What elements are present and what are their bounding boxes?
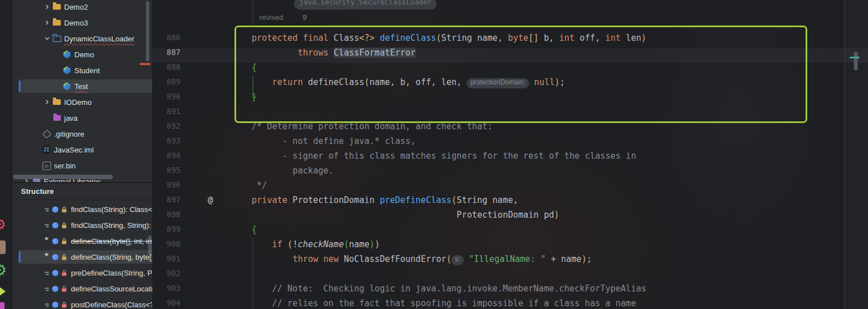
code-line-888[interactable]: { — [231, 62, 257, 77]
line-number-901: 901 — [152, 254, 181, 269]
method-lines-icon — [45, 222, 50, 231]
line-number-891: 891 — [152, 107, 181, 121]
tree-item-javasec-iml[interactable]: JIJavaSec.iml — [12, 142, 152, 158]
folder-icon — [52, 2, 61, 11]
green-gear-icon: ⚙ — [0, 263, 7, 278]
code-line-896[interactable]: */ — [231, 180, 267, 195]
structure-item-label: defineClass(byte[], int, int): — [71, 237, 152, 245]
structure-vertical-scrollbar[interactable] — [148, 235, 152, 255]
structure-item-3[interactable]: *defineClass(String, byte[], in — [12, 249, 152, 265]
tree-item-demo3[interactable]: Demo3 — [12, 15, 152, 31]
method-ball-icon — [52, 206, 58, 213]
structure-item-label: findClass(String): Class<?> — [71, 205, 152, 214]
tree-item-student[interactable]: Student — [12, 62, 152, 78]
structure-item-5[interactable]: defineClassSourceLocation( — [12, 281, 152, 297]
tree-item-label: Demo — [74, 50, 94, 59]
code-line-889[interactable]: return defineClass(name, b, off, len, pr… — [231, 77, 565, 92]
code-line-886[interactable]: protected final Class<?> defineClass(Str… — [231, 33, 647, 48]
method-ball-icon — [52, 302, 58, 308]
chevron-right-icon[interactable] — [43, 98, 51, 106]
code-line-895[interactable]: package. — [231, 166, 334, 180]
line-number-888: 888 — [152, 62, 181, 77]
structure-item-6[interactable]: postDefineClass(Class<?>, — [12, 297, 152, 309]
code-line-890[interactable]: } — [231, 92, 257, 107]
private-lock-icon — [60, 269, 69, 277]
code-line-901[interactable]: throw new NoClassDefFoundError(s: "Illeg… — [231, 254, 592, 269]
method-lines-icon — [45, 286, 50, 294]
tree-item-dynamicclassloader[interactable]: DynamicClassLoader — [12, 31, 152, 46]
method-ball-icon — [52, 286, 58, 292]
folder-icon — [52, 18, 61, 27]
code-line-897[interactable]: private ProtectionDomain preDefineClass(… — [231, 195, 518, 210]
method-icon — [44, 300, 58, 309]
selection-accent-bar — [19, 251, 20, 263]
code-line-894[interactable]: - signer of this class matches signers f… — [231, 151, 636, 166]
tree-item-test[interactable]: Test — [12, 78, 152, 94]
code-line-900[interactable]: if (!checkName(name)) — [231, 239, 380, 254]
chevron-spacer — [53, 50, 61, 58]
idea-module-icon: JI — [42, 145, 51, 154]
code-line-893[interactable]: - not define java.* class, — [231, 136, 416, 151]
ide-window: ⚙ ⚙ Demo2Demo3DynamicClassLoaderDemoStud… — [0, 0, 868, 309]
line-number-894: 894 — [152, 151, 181, 166]
chevron-spacer — [43, 114, 51, 122]
folder-open-icon — [52, 34, 61, 43]
structure-panel-title: Structure — [12, 183, 152, 200]
line-number-896: 896 — [152, 180, 181, 195]
java-package-icon — [52, 113, 61, 122]
chevron-down-icon[interactable] — [43, 35, 51, 43]
structure-item-label: defineClassSourceLocation( — [71, 285, 152, 293]
chevron-right-icon[interactable] — [43, 19, 51, 27]
chevron-right-icon[interactable] — [43, 3, 51, 11]
project-tree-horizontal-scrollbar[interactable] — [13, 175, 113, 179]
caret-position-stripe-mark — [850, 57, 859, 58]
code-line-892[interactable]: /* Determine protection domain, and chec… — [231, 121, 493, 136]
tree-item-demo[interactable]: Demo — [12, 46, 152, 62]
line-number-898: 898 — [152, 210, 181, 225]
line-number-900: 900 — [152, 239, 181, 254]
inlay-parameter-hint: protectionDomain: — [467, 78, 529, 88]
line-number-899: 899 — [152, 225, 181, 239]
green-arrow-icon — [0, 285, 6, 298]
tree-item-iodemo[interactable]: IODemo — [12, 94, 152, 110]
chevron-spacer — [53, 82, 61, 90]
code-line-904[interactable]: // relies on the fact that spoofing is i… — [231, 298, 636, 309]
structure-item-1[interactable]: findClass(String, String): Cla — [12, 217, 152, 233]
line-number-887: 887 — [152, 48, 181, 62]
method-icon — [44, 205, 58, 214]
structure-item-0[interactable]: findClass(String): Class<?> — [12, 201, 152, 217]
code-line-899[interactable]: { — [231, 225, 257, 239]
chevron-spacer — [53, 66, 61, 74]
code-editor[interactable]: java.security.SecureClassLoader revised9… — [152, 0, 868, 309]
code-line-898[interactable]: ProtectionDomain pd) — [231, 210, 559, 225]
structure-item-4[interactable]: preDefineClass(String, Prote — [12, 265, 152, 281]
superclass-inlay-hint[interactable]: java.security.SecureClassLoader — [294, 0, 437, 10]
tree-item-demo2[interactable]: Demo2 — [12, 0, 152, 15]
structure-panel: Structure findClass(String): Class<?>fin… — [12, 182, 152, 309]
structure-item-2[interactable]: *defineClass(byte[], int, int): — [12, 233, 152, 249]
tree-item-label: Student — [74, 66, 100, 75]
tree-item-label: IODemo — [64, 98, 91, 107]
tree-item-label: Demo2 — [64, 3, 88, 11]
line-number-902: 902 — [152, 269, 181, 283]
project-tree-vertical-scrollbar[interactable] — [146, 1, 149, 61]
tree-item--gitignore[interactable]: .gitignore — [12, 126, 152, 142]
brown-box-icon — [0, 240, 6, 254]
tree-item-java[interactable]: java — [12, 110, 152, 126]
project-tree-panel: Demo2Demo3DynamicClassLoaderDemoStudentT… — [12, 0, 152, 182]
private-lock-icon — [60, 301, 69, 308]
tree-item-label: java — [64, 114, 78, 122]
tree-item-ser-bin[interactable]: 01ser.bin — [12, 158, 152, 173]
code-line-903[interactable]: // Note: Checking logic in java.lang.inv… — [231, 283, 647, 298]
tree-item-label: JavaSec.iml — [54, 146, 94, 154]
code-line-887[interactable]: throws ClassFormatError — [231, 48, 416, 62]
editor-scrollbar-thumb[interactable] — [854, 52, 858, 70]
gutter-annotation-icon[interactable]: @ — [208, 195, 213, 210]
editor-scrollbar-zone[interactable] — [844, 0, 868, 309]
structure-item-label: postDefineClass(Class<?>, — [71, 300, 152, 309]
line-number-904: 904 — [152, 298, 181, 309]
line-number-895: 895 — [152, 166, 181, 180]
tree-item-label: Test — [74, 82, 88, 91]
line-number-892: 892 — [152, 121, 181, 136]
java-class-icon — [62, 82, 72, 91]
